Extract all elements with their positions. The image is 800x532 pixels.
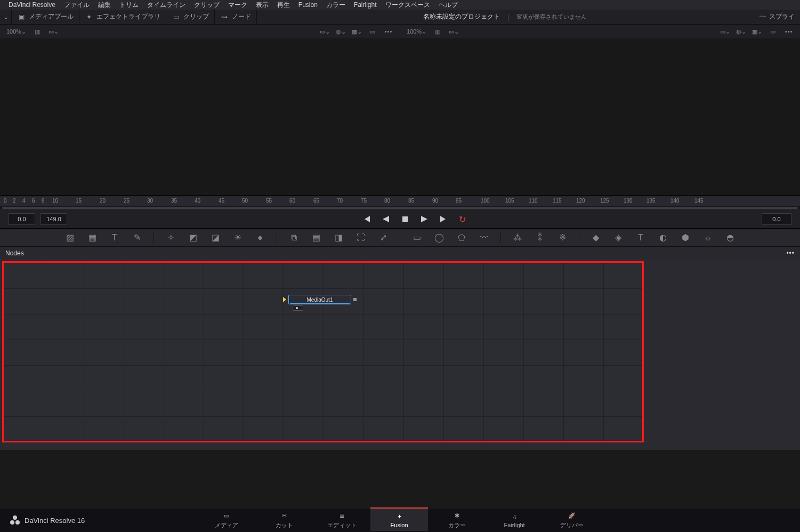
bspline-mask-icon[interactable]: 〰	[478, 232, 490, 244]
spline-button[interactable]: 〰 スプライ	[753, 12, 800, 21]
channelboolean-tool-icon[interactable]: ◨	[333, 232, 344, 244]
menu-item[interactable]: カラー	[322, 1, 350, 10]
imageplane3d-tool-icon[interactable]: ◆	[590, 232, 602, 244]
blur-tool-icon[interactable]: ●	[254, 232, 266, 244]
play-reverse-button[interactable]	[381, 214, 391, 224]
rectangle-mask-icon[interactable]: ▭	[411, 232, 423, 244]
svg-rect-0	[402, 216, 408, 222]
menu-item[interactable]: Fusion	[294, 1, 322, 9]
menu-item[interactable]: 表示	[252, 1, 273, 10]
split-view-icon[interactable]: ▥	[30, 26, 44, 37]
menu-item[interactable]: タイムライン	[143, 1, 190, 10]
nodes-options-icon[interactable]: •••	[786, 249, 795, 257]
ruler-tick: 115	[553, 198, 562, 204]
zoom-dropdown[interactable]: 100%⌄	[405, 26, 429, 37]
last-frame-button[interactable]	[438, 214, 449, 224]
merge3d-tool-icon[interactable]: ◓	[724, 232, 736, 244]
text3d-tool-icon[interactable]: T	[635, 232, 647, 244]
polygon-mask-icon[interactable]: ⬠	[456, 232, 467, 244]
menu-item[interactable]: DaVinci Resolve	[4, 1, 60, 9]
zoom-dropdown[interactable]: 100%⌄	[4, 26, 28, 37]
tab-edit[interactable]: ≣エディット	[313, 509, 370, 532]
menu-item[interactable]: Fairlight	[350, 1, 381, 9]
shape3d-tool-icon[interactable]: ◈	[612, 232, 624, 244]
effects-library-button[interactable]: ✦ エフェクトライブラリ	[79, 10, 166, 24]
frame-icon[interactable]: ▭	[766, 26, 780, 37]
playback-bar: 0.0 149.0 ↻ 0.0	[0, 210, 800, 228]
ruler-tick: 40	[195, 198, 200, 204]
text-tool-icon[interactable]: T	[109, 232, 120, 244]
menu-item[interactable]: ワークスペース	[381, 1, 434, 10]
timeline-scrollbar[interactable]	[0, 206, 800, 210]
tracker-tool-icon[interactable]: ✧	[165, 232, 176, 244]
stop-button[interactable]	[400, 214, 410, 224]
range-end[interactable]: 149.0	[41, 213, 67, 225]
mattecontrol-tool-icon[interactable]: ▤	[310, 232, 322, 244]
clips-button[interactable]: ▭ クリップ	[166, 10, 215, 24]
resolve-logo-icon	[10, 515, 20, 526]
split-view-icon[interactable]: ▥	[431, 26, 445, 37]
tab-cut[interactable]: ✂カット	[255, 509, 313, 532]
rect-icon[interactable]: ▭⌄	[718, 26, 732, 37]
globe-icon[interactable]: ◍⌄	[734, 26, 748, 37]
brightness-tool-icon[interactable]: ☀	[232, 232, 244, 244]
current-time[interactable]: 0.0	[762, 213, 791, 225]
play-button[interactable]	[419, 214, 430, 224]
merge-tool-icon[interactable]: ⧉	[288, 232, 300, 244]
nodes-label: ノード	[232, 12, 251, 21]
node-mediaout1[interactable]: MediaOut1	[288, 295, 351, 304]
background-tool-icon[interactable]: ▨	[64, 232, 76, 244]
rect-icon[interactable]: ▭⌄	[318, 26, 332, 37]
media-pool-button[interactable]: ▣ メディアプール	[12, 10, 79, 24]
globe-icon[interactable]: ◍⌄	[334, 26, 348, 37]
renderer3d-tool-icon[interactable]: ⬢	[680, 232, 691, 244]
huecurves-tool-icon[interactable]: ◪	[209, 232, 221, 244]
node-output-icon[interactable]	[353, 298, 357, 301]
frame-icon[interactable]: ▭	[366, 26, 379, 37]
left-viewer-content[interactable]	[0, 38, 400, 195]
particles-tool-icon[interactable]: ⁂	[512, 232, 523, 244]
more-icon[interactable]: •••	[782, 26, 796, 37]
loop-button[interactable]: ↻	[457, 214, 468, 224]
node-input-icon[interactable]	[283, 297, 286, 302]
more-icon[interactable]: •••	[382, 26, 395, 37]
tab-deliver[interactable]: 🚀デリバー	[543, 509, 601, 532]
menu-item[interactable]: 編集	[94, 1, 115, 10]
paint-tool-icon[interactable]: ✎	[131, 232, 143, 244]
right-viewer-content[interactable]	[400, 38, 800, 195]
grid-icon[interactable]: ▦⌄	[750, 26, 764, 37]
transform-tool-icon[interactable]: ⤢	[377, 232, 389, 244]
ruler-tick: 2	[13, 198, 16, 204]
tab-label: デリバー	[560, 521, 584, 529]
tab-media[interactable]: ▭メディア	[198, 509, 255, 532]
ellipse-mask-icon[interactable]: ◯	[433, 232, 445, 244]
camera3d-tool-icon[interactable]: ◐	[657, 232, 669, 244]
light-tool-icon[interactable]: ☼	[702, 232, 714, 244]
nodes-panel[interactable]: MediaOut1	[0, 259, 800, 450]
tab-fairlight[interactable]: ♫Fairlight	[486, 509, 543, 532]
grid-icon[interactable]: ▦⌄	[350, 26, 363, 37]
page-tab-bar: DaVinci Resolve 16 ▭メディア✂カット≣エディット✦Fusio…	[0, 509, 800, 532]
tab-color[interactable]: ✱カラー	[428, 509, 486, 532]
nodes-button[interactable]: ⊶ ノード	[215, 10, 257, 24]
menu-item[interactable]: クリップ	[190, 1, 224, 10]
resize-tool-icon[interactable]: ⛶	[355, 232, 367, 244]
fastnoise-tool-icon[interactable]: ▦	[86, 232, 98, 244]
menu-item[interactable]: ヘルプ	[434, 1, 462, 10]
layout-icon[interactable]: ▭⌄	[447, 26, 460, 37]
layout-icon[interactable]: ▭⌄	[46, 26, 60, 37]
node-view-indicator[interactable]	[293, 305, 303, 311]
menu-item[interactable]: 再生	[273, 1, 294, 10]
pemitter-tool-icon[interactable]: ※	[556, 232, 568, 244]
colorcorrector-tool-icon[interactable]: ◩	[187, 232, 199, 244]
menu-item[interactable]: マーク	[224, 1, 252, 10]
prender-tool-icon[interactable]: ⁑	[534, 232, 546, 244]
menu-item[interactable]: トリム	[115, 1, 143, 10]
range-start[interactable]: 0.0	[9, 213, 35, 225]
menu-item[interactable]: ファイル	[60, 1, 94, 10]
expand-toggle[interactable]: ⌄	[0, 10, 12, 24]
timeline-ruler[interactable]: 0246810152025303540455055606570758085909…	[0, 195, 800, 206]
svg-point-2	[15, 520, 20, 525]
tab-fusion[interactable]: ✦Fusion	[370, 507, 428, 531]
first-frame-button[interactable]	[361, 214, 372, 224]
